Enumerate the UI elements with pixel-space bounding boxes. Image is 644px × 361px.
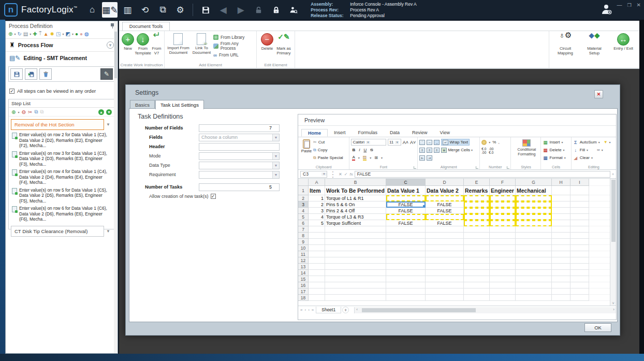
grid-cell-A17[interactable]	[309, 288, 325, 295]
grid-cell-G13[interactable]	[516, 264, 552, 270]
paste-special-button[interactable]: ⧉Paste Special	[313, 154, 343, 162]
column-header-G[interactable]: G	[516, 179, 552, 186]
grid-cell-E12[interactable]	[464, 257, 490, 264]
grid-cell-C5[interactable]	[386, 214, 426, 220]
grid-cell-I1[interactable]	[570, 186, 589, 195]
cut-button[interactable]: ✂Cut	[313, 138, 343, 146]
grid-cell-B13[interactable]	[325, 264, 386, 270]
grid-cell-A6[interactable]: 5	[309, 220, 325, 226]
grid-cell-C8[interactable]	[386, 233, 426, 239]
grid-cell-G8[interactable]	[516, 233, 552, 239]
grid-cell-C12[interactable]	[386, 257, 426, 264]
from-any-process-button[interactable]: From Any Process	[213, 41, 254, 51]
grid-cell-H5[interactable]	[552, 214, 570, 220]
step-group-row[interactable]: Removal of the Hot Section ▼	[11, 119, 112, 130]
grid-cell-H10[interactable]	[552, 245, 570, 251]
back-icon[interactable]: ◀	[215, 2, 231, 18]
materials-icon[interactable]: ▥	[120, 2, 135, 18]
fields-dropdown[interactable]: Choose a column▼	[199, 134, 280, 141]
grid-cell-H8[interactable]	[552, 233, 570, 239]
list-item[interactable]: Enter value(s) on row 3 for Data Value 1…	[9, 150, 114, 168]
format-cells-button[interactable]: ▦Format▾	[543, 154, 569, 162]
number-of-fields-input[interactable]	[199, 124, 280, 132]
fill-button[interactable]: ↓Fill▾∞▾	[573, 146, 614, 154]
grid-cell-F14[interactable]	[490, 270, 516, 276]
grid-cell-E18[interactable]	[464, 295, 490, 301]
requirement-dropdown[interactable]: ▼	[199, 171, 280, 179]
start-icon[interactable]: ●	[75, 31, 78, 37]
grid-cell-A13[interactable]	[309, 264, 325, 270]
save-export-button[interactable]	[25, 68, 37, 80]
find-select-icon[interactable]: ∞	[597, 148, 600, 152]
grid-cell-A2[interactable]: 1	[309, 195, 325, 201]
paste-button[interactable]: Paste	[300, 138, 313, 162]
row-header-12[interactable]: 12	[298, 257, 309, 264]
row-header-1[interactable]: 1	[298, 186, 309, 195]
grid-cell-G12[interactable]	[516, 257, 552, 264]
delete-button[interactable]: −Delete	[259, 33, 275, 51]
grid-cell-F16[interactable]	[490, 282, 516, 288]
grid-cell-F12[interactable]	[490, 257, 516, 264]
scroll-left-icon[interactable]: ‹	[356, 307, 358, 312]
prev-sheet-icon[interactable]: ‹	[304, 308, 307, 312]
clear-button[interactable]: ◢Clear▾	[573, 154, 614, 162]
grid-cell-E16[interactable]	[464, 282, 490, 288]
save-step-button[interactable]	[10, 68, 23, 80]
save-icon[interactable]	[198, 2, 213, 18]
grid-cell-F13[interactable]	[490, 264, 516, 270]
chevron-down-icon[interactable]: ▼	[106, 229, 110, 234]
dialog-close-button[interactable]: ✕	[594, 90, 603, 98]
grid-cell-C11[interactable]	[386, 251, 426, 257]
grid-cell-E13[interactable]	[464, 264, 490, 270]
package-icon[interactable]: ◩	[65, 31, 70, 37]
dropdown-arrow-icon[interactable]: ▼	[272, 162, 279, 169]
pause-icon[interactable]: ◍	[84, 31, 89, 37]
grid-cell-F7[interactable]	[490, 226, 516, 233]
grid-cell-D15[interactable]	[426, 276, 464, 282]
grid-cell-C14[interactable]	[386, 270, 426, 276]
grid-cell-F18[interactable]	[490, 295, 516, 301]
grid-cell-C4[interactable]: FALSE	[386, 208, 426, 214]
grid-cell-F15[interactable]	[490, 276, 516, 282]
grid-cell-C2[interactable]	[386, 195, 426, 201]
grid-cell-H18[interactable]	[552, 295, 570, 301]
grid-cell-E6[interactable]	[464, 220, 490, 226]
grid-cell-G10[interactable]	[516, 245, 552, 251]
star-icon[interactable]: ✹	[50, 31, 54, 37]
grid-cell-B9[interactable]	[325, 239, 386, 245]
increase-indent-icon[interactable]: ⇥	[427, 155, 432, 161]
grid-cell-E9[interactable]	[464, 239, 490, 245]
sync-icon[interactable]: ⟲	[137, 2, 153, 18]
row-header-13[interactable]: 13	[298, 264, 309, 270]
grid-cell-E5[interactable]	[464, 214, 490, 220]
grid-cell-F1[interactable]: Engineer	[490, 186, 516, 195]
excel-tab-home[interactable]: Home	[301, 129, 328, 137]
grid-cell-G16[interactable]	[516, 282, 552, 288]
wrap-text-button[interactable]: ↵Wrap Text	[441, 139, 470, 146]
sheet-tab[interactable]: Sheet1	[316, 307, 341, 313]
row-header-2[interactable]: 2	[298, 195, 309, 201]
grid-cell-B1[interactable]: Work To Be Performed	[325, 186, 386, 195]
underline-icon[interactable]: U	[363, 148, 367, 152]
grid-cell-A15[interactable]	[309, 276, 325, 282]
grid-cell-I18[interactable]	[570, 295, 589, 301]
grid-cell-A3[interactable]: 2	[309, 201, 325, 208]
excel-tab-insert[interactable]: Insert	[328, 129, 352, 137]
grid-cell-D5[interactable]	[426, 214, 464, 220]
grid-cell-F8[interactable]	[490, 233, 516, 239]
grid-cell-E4[interactable]	[464, 208, 490, 214]
grid-cell-C3[interactable]: FALSE	[386, 201, 426, 208]
grid-cell-D10[interactable]	[426, 245, 464, 251]
grid-cell-E7[interactable]	[464, 226, 490, 233]
grid-cell-B7[interactable]	[325, 226, 386, 233]
borders-icon[interactable]: ⊞	[374, 155, 378, 160]
column-header-I[interactable]: I	[570, 179, 589, 186]
grid-cell-A1[interactable]: Item	[309, 186, 325, 195]
user-logout-icon[interactable]	[601, 3, 613, 18]
home-icon[interactable]: ⌂	[84, 2, 100, 18]
grid-cell-I4[interactable]	[570, 208, 589, 214]
grid-cell-B5[interactable]: Torque of L3 & R3	[325, 214, 386, 220]
grid-cell-E2[interactable]	[464, 195, 490, 201]
add-step-icon[interactable]: ⊕	[11, 109, 16, 115]
import-from-document-button[interactable]: Import From Document	[167, 33, 189, 55]
